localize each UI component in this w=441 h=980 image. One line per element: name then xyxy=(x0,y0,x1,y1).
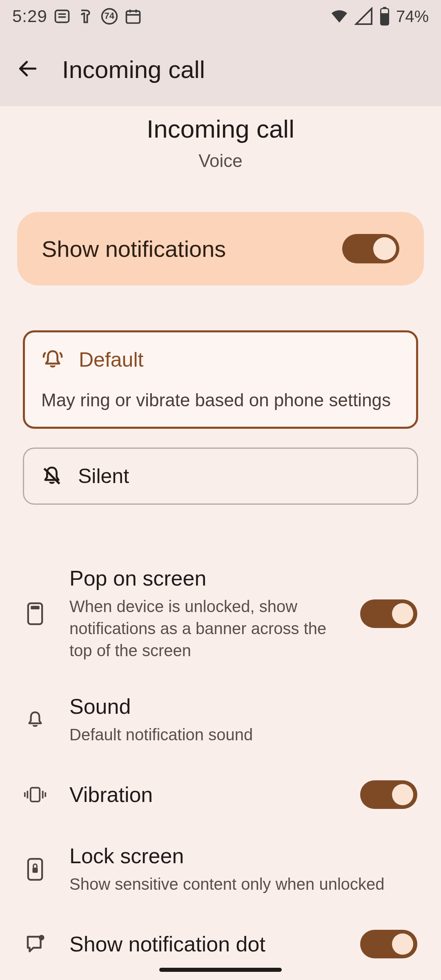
wifi-icon xyxy=(330,7,349,26)
nyt-notification-icon xyxy=(77,7,95,25)
mode-default-desc: May ring or vibrate based on phone setti… xyxy=(41,389,400,411)
notification-dot-title: Show notification dot xyxy=(69,932,337,956)
show-notifications-card[interactable]: Show notifications xyxy=(17,212,424,285)
lock-screen-title: Lock screen xyxy=(69,844,417,868)
content-scroll[interactable]: Incoming call Voice Show notifications D… xyxy=(0,106,441,977)
device-screen-icon xyxy=(24,601,47,626)
page-title-block: Incoming call Voice xyxy=(0,114,441,171)
setting-notification-dot[interactable]: Show notification dot xyxy=(24,911,417,977)
svg-point-21 xyxy=(39,935,45,941)
bell-icon xyxy=(24,708,47,731)
svg-rect-9 xyxy=(381,13,388,25)
settings-list: Pop on screen When device is unlocked, s… xyxy=(0,550,441,977)
lock-screen-icon xyxy=(24,857,47,882)
mode-options-group: Default May ring or vibrate based on pho… xyxy=(0,330,441,505)
status-time: 5:29 xyxy=(12,7,47,26)
pop-on-screen-desc: When device is unlocked, show notificati… xyxy=(69,595,337,662)
svg-rect-10 xyxy=(383,7,386,9)
notification-dot-toggle[interactable] xyxy=(360,930,417,958)
calendar-notification-icon xyxy=(124,7,142,25)
page-subtitle: Voice xyxy=(0,151,441,171)
mode-option-default[interactable]: Default May ring or vibrate based on pho… xyxy=(23,330,418,429)
bell-off-icon xyxy=(40,465,63,488)
vibration-icon xyxy=(24,784,47,805)
sound-title: Sound xyxy=(69,694,417,719)
back-arrow-icon xyxy=(16,57,39,82)
svg-rect-13 xyxy=(31,606,39,610)
circle-badge-icon: 74 xyxy=(100,7,118,25)
svg-rect-20 xyxy=(33,868,38,873)
bell-ring-icon xyxy=(41,348,64,371)
mode-option-silent[interactable]: Silent xyxy=(23,448,418,505)
vibration-toggle[interactable] xyxy=(360,780,417,809)
status-bar: 5:29 74 74% xyxy=(0,0,441,33)
mode-silent-title: Silent xyxy=(78,464,129,488)
sound-desc: Default notification sound xyxy=(69,724,417,746)
page-title: Incoming call xyxy=(0,114,441,143)
pop-on-screen-title: Pop on screen xyxy=(69,566,337,590)
svg-rect-4 xyxy=(126,11,140,23)
pop-on-screen-toggle[interactable] xyxy=(360,599,417,628)
show-notifications-toggle[interactable] xyxy=(342,234,399,263)
battery-icon xyxy=(379,7,390,26)
mode-default-title: Default xyxy=(79,348,143,372)
vibration-title: Vibration xyxy=(69,782,337,807)
cell-signal-icon xyxy=(354,7,373,26)
setting-lock-screen[interactable]: Lock screen Show sensitive content only … xyxy=(24,827,417,911)
show-notifications-label: Show notifications xyxy=(42,236,226,262)
circle-badge-number: 74 xyxy=(105,11,114,21)
setting-vibration[interactable]: Vibration xyxy=(24,762,417,827)
status-right-group: 74% xyxy=(330,7,429,26)
header-title: Incoming call xyxy=(62,56,205,84)
back-button[interactable] xyxy=(13,55,42,84)
battery-percent: 74% xyxy=(396,7,429,26)
navigation-handle[interactable] xyxy=(159,968,282,972)
app-header: Incoming call xyxy=(0,33,441,106)
setting-sound[interactable]: Sound Default notification sound xyxy=(24,678,417,762)
svg-rect-14 xyxy=(31,788,40,802)
notification-dot-icon xyxy=(24,933,47,955)
status-left-group: 5:29 74 xyxy=(12,7,142,26)
message-notification-icon xyxy=(53,7,71,25)
lock-screen-desc: Show sensitive content only when unlocke… xyxy=(69,873,417,895)
setting-pop-on-screen[interactable]: Pop on screen When device is unlocked, s… xyxy=(24,550,417,678)
